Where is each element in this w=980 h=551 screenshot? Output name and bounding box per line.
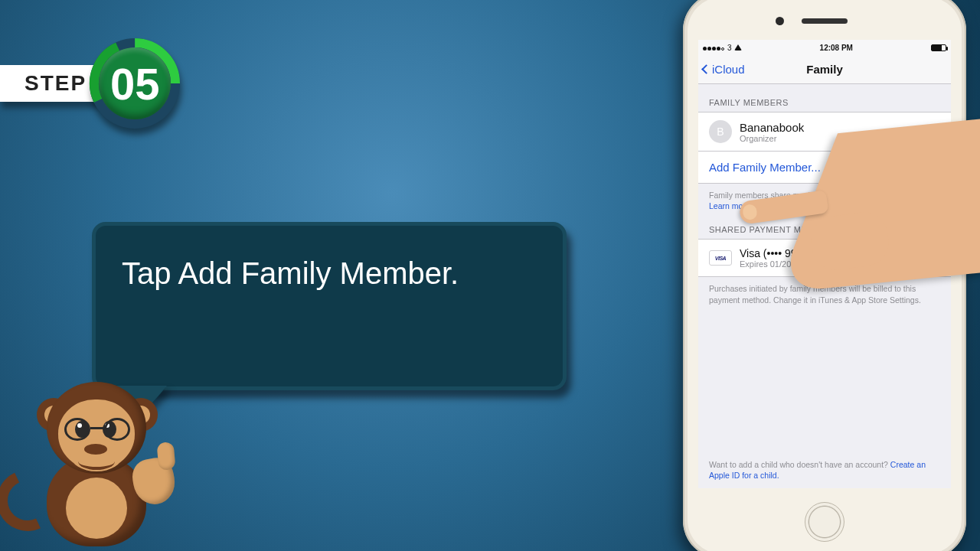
status-bar: 3 12:08 PM: [698, 40, 951, 55]
payment-footer: Purchases initiated by family members wi…: [698, 277, 951, 305]
chevron-left-icon: [701, 64, 711, 74]
visa-icon: VISA: [709, 250, 732, 266]
family-member-row[interactable]: B Bananabook Organizer: [698, 112, 951, 152]
member-role: Organizer: [740, 134, 804, 143]
wifi-icon: [734, 44, 742, 51]
back-button[interactable]: iCloud: [703, 55, 745, 83]
phone-screen: 3 12:08 PM iCloud Family FAMILY MEMBERS: [698, 40, 951, 488]
iphone-device: 3 12:08 PM iCloud Family FAMILY MEMBERS: [683, 0, 966, 551]
step-number: 05: [99, 47, 171, 119]
family-footer: Family members share music, movies, apps…: [698, 184, 951, 211]
nav-title: Family: [806, 63, 843, 76]
signal-icon: [703, 44, 725, 52]
carrier-label: 3: [727, 44, 732, 52]
avatar: B: [709, 120, 732, 143]
card-expiry: Expires 01/2017: [740, 259, 812, 269]
home-button[interactable]: [805, 502, 844, 542]
nav-bar: iCloud Family: [698, 55, 951, 84]
section-header-payment: SHARED PAYMENT METHOD: [698, 211, 951, 239]
card-name: Visa (•••• 9999): [740, 247, 812, 259]
learn-more-link[interactable]: Learn more...: [709, 201, 756, 210]
back-label: iCloud: [712, 63, 745, 76]
step-badge: STEP 05: [0, 38, 180, 129]
section-header-family: FAMILY MEMBERS: [698, 84, 951, 112]
child-account-note: Want to add a child who doesn't have an …: [709, 459, 940, 481]
step-number-circle: 05: [90, 38, 180, 129]
monkey-mascot: [5, 355, 188, 546]
status-time: 12:08 PM: [820, 44, 853, 52]
battery-icon: [931, 44, 946, 51]
member-name: Bananabook: [740, 121, 804, 134]
payment-method-row[interactable]: VISA Visa (•••• 9999) Expires 01/2017: [698, 239, 951, 277]
add-family-member-button[interactable]: Add Family Member...: [698, 152, 951, 184]
phone-speaker: [802, 18, 848, 24]
instruction-text: Tap Add Family Member.: [122, 256, 459, 290]
phone-camera: [776, 17, 784, 25]
